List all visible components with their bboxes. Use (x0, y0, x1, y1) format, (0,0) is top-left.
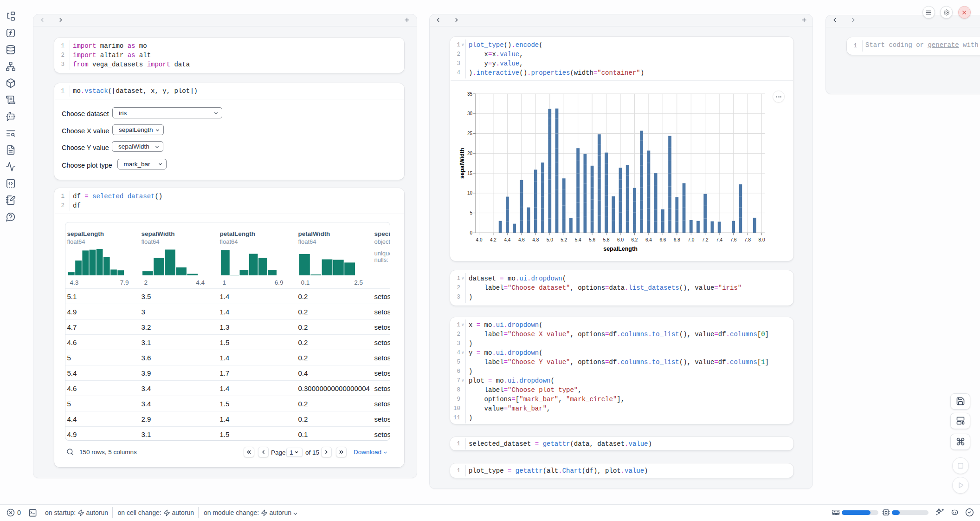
svg-text:7.6: 7.6 (730, 237, 737, 242)
svg-text:7.8: 7.8 (744, 237, 751, 242)
svg-text:7.4: 7.4 (716, 237, 722, 242)
svg-text:5.4: 5.4 (575, 237, 581, 242)
svg-text:sepalLength: sepalLength (603, 246, 638, 252)
svg-text:6.8: 6.8 (674, 237, 680, 242)
svg-text:35: 35 (467, 91, 473, 97)
svg-text:4.8: 4.8 (532, 237, 539, 242)
svg-text:15: 15 (467, 171, 473, 176)
svg-text:8.0: 8.0 (759, 237, 765, 242)
svg-text:4.4: 4.4 (504, 237, 510, 242)
svg-text:5: 5 (470, 210, 472, 215)
svg-text:4.2: 4.2 (490, 237, 496, 242)
svg-text:7.2: 7.2 (702, 237, 709, 242)
svg-text:5.8: 5.8 (603, 237, 610, 242)
svg-text:4.6: 4.6 (518, 237, 525, 242)
svg-text:10: 10 (467, 190, 473, 195)
svg-text:5.0: 5.0 (547, 237, 553, 242)
svg-text:sepalWidth: sepalWidth (459, 148, 465, 179)
svg-text:4.0: 4.0 (476, 237, 483, 242)
svg-text:6.2: 6.2 (631, 237, 638, 242)
svg-text:7.0: 7.0 (688, 237, 694, 242)
svg-text:25: 25 (467, 131, 473, 136)
svg-text:6.6: 6.6 (659, 237, 666, 242)
svg-text:5.6: 5.6 (589, 237, 595, 242)
svg-text:30: 30 (467, 111, 473, 116)
svg-text:6.0: 6.0 (617, 237, 624, 242)
svg-text:5.2: 5.2 (561, 237, 567, 242)
svg-text:0: 0 (470, 230, 472, 235)
svg-text:20: 20 (467, 151, 473, 156)
svg-text:6.4: 6.4 (645, 237, 652, 242)
